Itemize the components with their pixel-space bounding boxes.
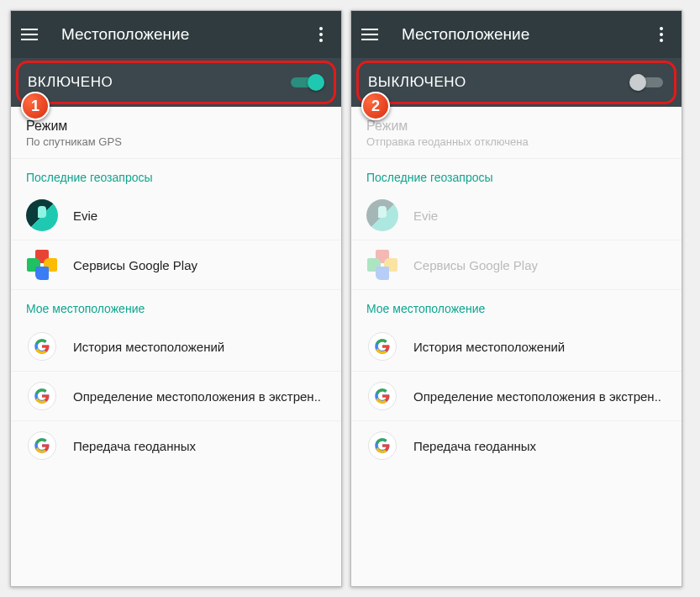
section-myloc-header: Мое местоположение — [11, 290, 341, 322]
myloc-item-emergency[interactable]: Определение местоположения в экстрен.. — [11, 372, 341, 421]
myloc-item-history[interactable]: История местоположений — [11, 322, 341, 372]
step-number: 1 — [21, 92, 50, 120]
mode-title: Режим — [366, 119, 666, 134]
mode-title: Режим — [26, 119, 326, 134]
overflow-icon[interactable] — [651, 24, 671, 45]
toggle-highlight: ВЫКЛЮЧЕНО 2 — [351, 58, 682, 107]
item-label: Определение местоположения в экстрен.. — [413, 389, 661, 404]
recent-item-evie[interactable]: Evie — [11, 191, 341, 240]
app-bar: Местоположение — [351, 11, 682, 58]
step-number: 2 — [361, 92, 390, 120]
item-label: История местоположений — [413, 340, 565, 354]
location-switch[interactable] — [629, 73, 665, 92]
phone-screen-1: Местоположение ВКЛЮЧЕНО 1 Режим По спутн… — [10, 10, 342, 587]
recent-item-evie: Evie — [351, 191, 682, 240]
section-recent-header: Последние геозапросы — [351, 159, 682, 191]
app-bar: Местоположение — [11, 11, 341, 58]
section-recent-header: Последние геозапросы — [11, 159, 341, 191]
mode-subtitle: По спутникам GPS — [26, 135, 326, 148]
google-icon — [366, 330, 398, 362]
google-icon — [366, 430, 398, 462]
google-play-services-icon — [26, 249, 58, 281]
item-label: Передача геоданных — [413, 439, 536, 453]
recent-item-gplay: Сервисы Google Play — [351, 240, 682, 290]
google-icon — [26, 380, 58, 412]
phone-screen-2: Местоположение ВЫКЛЮЧЕНО 2 Режим Отправк… — [350, 10, 682, 587]
google-icon — [26, 330, 58, 362]
content-area: Режим Отправка геоданных отключена После… — [351, 107, 682, 586]
google-play-services-icon — [366, 249, 398, 281]
mode-row: Режим Отправка геоданных отключена — [351, 107, 682, 159]
toggle-label: ВКЛЮЧЕНО — [28, 74, 289, 91]
myloc-item-history[interactable]: История местоположений — [351, 322, 682, 372]
evie-icon — [366, 199, 398, 231]
toggle-highlight: ВКЛЮЧЕНО 1 — [11, 58, 341, 107]
mode-row[interactable]: Режим По спутникам GPS — [11, 107, 341, 159]
location-switch[interactable] — [289, 73, 324, 92]
item-label: История местоположений — [73, 340, 224, 354]
recent-item-gplay[interactable]: Сервисы Google Play — [11, 240, 341, 290]
google-icon — [26, 430, 58, 462]
item-label: Сервисы Google Play — [413, 258, 538, 272]
item-label: Сервисы Google Play — [73, 258, 197, 272]
menu-icon[interactable] — [361, 24, 382, 45]
step-badge: 1 — [21, 92, 50, 125]
page-title: Местоположение — [61, 25, 311, 44]
location-toggle-row[interactable]: ВКЛЮЧЕНО — [11, 58, 341, 107]
overflow-icon[interactable] — [311, 24, 331, 45]
myloc-item-sharing[interactable]: Передача геоданных — [351, 421, 682, 470]
content-area: Режим По спутникам GPS Последние геозапр… — [11, 107, 341, 586]
mode-subtitle: Отправка геоданных отключена — [366, 135, 666, 148]
myloc-item-sharing[interactable]: Передача геоданных — [11, 421, 341, 470]
location-toggle-row[interactable]: ВЫКЛЮЧЕНО — [351, 58, 682, 107]
item-label: Evie — [413, 209, 438, 223]
page-title: Местоположение — [402, 25, 651, 44]
item-label: Определение местоположения в экстрен.. — [73, 389, 321, 404]
section-myloc-header: Мое местоположение — [351, 290, 682, 322]
evie-icon — [26, 199, 58, 231]
item-label: Передача геоданных — [73, 439, 196, 453]
item-label: Evie — [73, 209, 97, 223]
google-icon — [366, 380, 398, 412]
toggle-label: ВЫКЛЮЧЕНО — [368, 74, 629, 91]
myloc-item-emergency[interactable]: Определение местоположения в экстрен.. — [351, 372, 682, 421]
menu-icon[interactable] — [21, 24, 41, 45]
step-badge: 2 — [361, 92, 390, 125]
